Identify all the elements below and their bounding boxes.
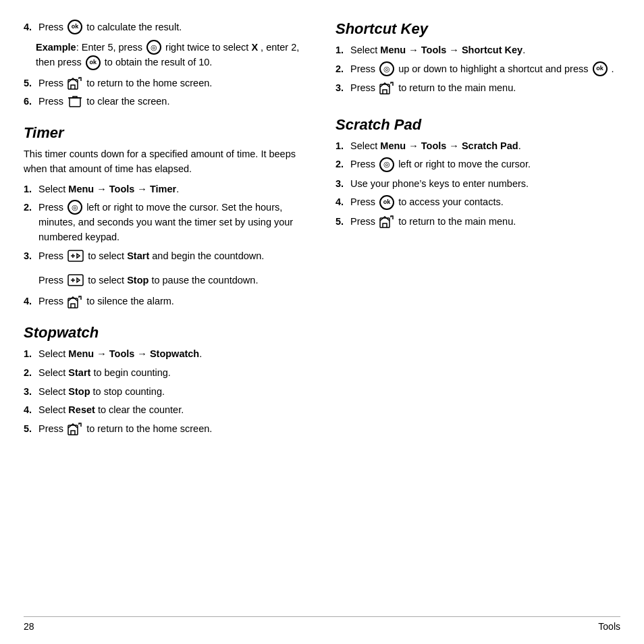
scratch-list: 1. Select Menu → Tools → Scratch Pad. 2.… — [336, 139, 620, 234]
timer-1-bold: Menu → Tools → Timer — [68, 184, 176, 194]
start-icon-2 — [68, 273, 84, 287]
timer-1-select: Select — [38, 184, 65, 194]
sp-4-content: Press to access your contacts. — [350, 195, 620, 210]
timer-3-text: to select — [88, 250, 124, 261]
sw-step-2: 2. Select Start to begin counting. — [24, 366, 308, 381]
example-colon: : — [76, 42, 82, 53]
sw-step-5: 5. Press to return to the home screen. — [24, 422, 308, 437]
home-icon-timer4 — [68, 295, 82, 308]
step5-item: 5. Press to return to the home screen. — [24, 76, 308, 91]
timer-step3-num: 3. — [24, 249, 38, 264]
step4-text: to calculate the result. — [86, 22, 182, 32]
example-right: right twice to select — [165, 42, 248, 53]
step6-num: 6. — [24, 95, 38, 109]
step4-item: 4. Press to calculate the result. — [24, 20, 308, 35]
timer-4-text: to silence the alarm. — [86, 296, 174, 306]
timer-step1-content: Select Menu → Tools → Timer. — [38, 182, 308, 197]
timer-3b-bold: Stop — [127, 275, 149, 286]
sw-3-content: Select Stop to stop counting. — [38, 385, 308, 400]
right-column: Shortcut Key 1. Select Menu → Tools → Sh… — [336, 20, 620, 624]
sp-step-3: 3. Use your phone’s keys to enter number… — [336, 177, 620, 192]
step4-num: 4. — [24, 20, 38, 35]
timer-3-end: and begin the countdown. — [152, 250, 264, 261]
left-column: 4. Press to calculate the result. Exampl… — [24, 20, 308, 624]
timer-title: Timer — [24, 124, 308, 142]
step5-press: Press — [38, 78, 63, 88]
timer-list: 1. Select Menu → Tools → Timer. 2. Press… — [24, 182, 308, 268]
nav-icon-sp2 — [379, 157, 394, 172]
timer-3b-end: to pause the countdown. — [151, 275, 258, 286]
timer-step2-content: Press left or right to move the cursor. … — [38, 200, 308, 245]
timer-body: This timer counts down for a specified a… — [24, 147, 308, 177]
timer-4-press: Press — [38, 296, 63, 306]
timer-step1-num: 1. — [24, 182, 38, 197]
home-icon-sw5 — [68, 422, 82, 435]
step6-text: to clear the screen. — [86, 96, 169, 107]
svg-rect-1 — [68, 250, 83, 261]
step6-press: Press — [38, 96, 63, 107]
footer: 28 Tools — [24, 616, 620, 632]
home-icon-1 — [68, 76, 82, 90]
timer-3b-text: to select — [88, 275, 124, 286]
clear-icon-1 — [68, 95, 82, 108]
page-content: 4. Press to calculate the result. Exampl… — [0, 0, 644, 644]
step5-content: Press to return to the home screen. — [38, 76, 308, 91]
step4-content: Press to calculate the result. — [38, 20, 308, 35]
sw-step-3: 3. Select Stop to stop counting. — [24, 385, 308, 400]
step6-content: Press to clear the screen. — [38, 95, 308, 109]
sw-step-1: 1. Select Menu → Tools → Stopwatch. — [24, 347, 308, 362]
example-end: to obtain the result of 10. — [105, 57, 213, 68]
svg-rect-2 — [68, 275, 83, 286]
home-icon-sp5 — [379, 215, 394, 228]
timer-stop-item: Press to select Stop to pause the countd… — [38, 273, 308, 288]
sw-2-content: Select Start to begin counting. — [38, 366, 308, 381]
timer-step-1: 1. Select Menu → Tools → Timer. — [24, 182, 308, 197]
step5-text: to return to the home screen. — [86, 78, 212, 88]
start-icon-1 — [68, 249, 84, 263]
sp-step-2: 2. Press left or right to move the curso… — [336, 157, 620, 172]
timer-step3-content: Press to select Start and begin the coun… — [38, 249, 308, 264]
stopwatch-title: Stopwatch — [24, 324, 308, 342]
sp-step-4: 4. Press to access your contacts. — [336, 195, 620, 210]
timer-step4-content: Press to silence the alarm. — [38, 294, 308, 309]
ok-icon-example — [86, 55, 101, 70]
sp-2-content: Press left or right to move the cursor. — [350, 157, 620, 172]
timer-2-press: Press — [38, 202, 63, 213]
sp-3-content: Use your phone’s keys to enter numbers. — [350, 177, 620, 192]
nav-icon-timer2 — [68, 200, 82, 215]
sc-2-content: Press up or down to highlight a shortcut… — [350, 62, 620, 77]
timer-step-2: 2. Press left or right to move the curso… — [24, 200, 308, 245]
step4-press-label: Press — [38, 22, 63, 32]
sw-step-4: 4. Select Reset to clear the counter. — [24, 403, 308, 418]
shortcut-list: 1. Select Menu → Tools → Shortcut Key. 2… — [336, 43, 620, 100]
timer-step2-num: 2. — [24, 200, 38, 215]
sp-1-content: Select Menu → Tools → Scratch Pad. — [350, 139, 620, 154]
step6-item: 6. Press to clear the screen. — [24, 95, 308, 109]
timer-3-press: Press — [38, 250, 63, 261]
nav-icon-example — [146, 40, 161, 55]
sp-step-5: 5. Press to return to the main menu. — [336, 215, 620, 230]
timer-step4: 4. Press to silence the alarm. — [24, 294, 308, 309]
ok-icon-1 — [68, 20, 82, 34]
nav-icon-sc2 — [379, 61, 394, 76]
sw-5-content: Press to return to the home screen. — [38, 422, 308, 437]
stopwatch-list: 1. Select Menu → Tools → Stopwatch. 2. S… — [24, 347, 308, 441]
sc-step-2: 2. Press up or down to highlight a short… — [336, 62, 620, 77]
ok-icon-sc2 — [593, 61, 608, 76]
timer-3-bold: Start — [127, 250, 149, 261]
sw-4-content: Select Reset to clear the counter. — [38, 403, 308, 418]
scratch-title: Scratch Pad — [336, 116, 620, 134]
sc-step-3: 3. Press to return to the main menu. — [336, 81, 620, 96]
section-name: Tools — [598, 621, 620, 632]
sp-step-1: 1. Select Menu → Tools → Scratch Pad. — [336, 139, 620, 154]
sc-3-content: Press to return to the main menu. — [350, 81, 620, 96]
example-label: Example — [36, 42, 76, 53]
sw-1-content: Select Menu → Tools → Stopwatch. — [38, 347, 308, 362]
step5-num: 5. — [24, 76, 38, 91]
timer-step4-num: 4. — [24, 294, 38, 309]
home-icon-sc3 — [379, 81, 394, 95]
sc-step-1: 1. Select Menu → Tools → Shortcut Key. — [336, 43, 620, 58]
sp-5-content: Press to return to the main menu. — [350, 215, 620, 230]
page-number: 28 — [24, 621, 34, 632]
ok-icon-sp4 — [379, 195, 394, 210]
